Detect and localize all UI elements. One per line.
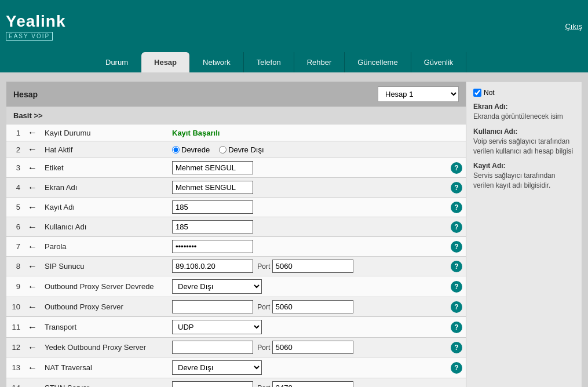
row-number: 1: [6, 125, 24, 141]
help-button[interactable]: ?: [451, 241, 462, 253]
row-value-cell: Port: [169, 338, 447, 357]
row-label: NAT Traversal: [41, 357, 169, 378]
nav-item-network[interactable]: Network: [190, 52, 244, 72]
sidebar-section-title: Kayıt Adı:: [473, 162, 575, 170]
help-button[interactable]: ?: [451, 342, 462, 353]
help-button[interactable]: ?: [451, 281, 462, 293]
table-row: 14←STUN Server Port: [6, 378, 466, 388]
dropdown-select[interactable]: UDPTCPTLS: [172, 320, 262, 334]
row-value-cell: [169, 198, 447, 217]
row-value-cell: DevredeDevre Dışı: [169, 357, 447, 378]
nav-item-durum[interactable]: Durum: [93, 52, 141, 72]
row-value-cell: Kayıt Başarılı: [169, 125, 447, 141]
help-button[interactable]: ?: [451, 202, 462, 213]
row-number: 13: [6, 357, 24, 378]
nav-item-guvenlik[interactable]: Güvenlik: [411, 52, 467, 72]
port-input[interactable]: [272, 341, 353, 354]
text-input[interactable]: [172, 161, 253, 174]
text-input[interactable]: [172, 300, 253, 313]
table-row: 7←Parola?: [6, 237, 466, 257]
help-button[interactable]: ?: [451, 322, 462, 333]
logo: Yealink: [6, 12, 66, 31]
row-value-cell: UDPTCPTLS: [169, 317, 447, 338]
text-input[interactable]: [172, 181, 253, 194]
text-input[interactable]: [172, 200, 253, 214]
help-button[interactable]: ?: [451, 301, 462, 313]
row-label: Ekran Adı: [41, 178, 169, 198]
note-checkbox[interactable]: [473, 89, 481, 97]
row-number: 9: [6, 276, 24, 297]
text-input[interactable]: [172, 341, 253, 354]
row-value-cell: [169, 178, 447, 198]
port-input[interactable]: [272, 260, 353, 273]
table-row: 4←Ekran Adı?: [6, 178, 466, 198]
row-number: 7: [6, 237, 24, 257]
sidebar-section-title: Kullanıcı Adı:: [473, 127, 575, 136]
nav-item-guncelleme[interactable]: Güncelleme: [345, 52, 411, 72]
row-label: Hat Aktif: [41, 141, 169, 158]
help-cell: [447, 378, 466, 388]
table-row: 1←Kayıt DurumuKayıt Başarılı: [6, 125, 466, 141]
help-cell: ?: [447, 178, 466, 198]
port-label: Port: [255, 344, 272, 352]
row-value-cell: Devrede Devre Dışı: [169, 141, 447, 158]
help-button[interactable]: ?: [451, 362, 462, 374]
port-input[interactable]: [272, 300, 353, 313]
basit-toggle[interactable]: Basit >>: [6, 107, 466, 125]
radio-option[interactable]: Devrede: [172, 145, 210, 154]
radio-input[interactable]: [219, 146, 227, 154]
nav-item-rehber[interactable]: Rehber: [294, 52, 345, 72]
row-arrow-icon: ←: [24, 125, 41, 141]
help-cell: ?: [447, 237, 466, 257]
text-input[interactable]: [172, 260, 253, 273]
help-cell: ?: [447, 158, 466, 178]
logout-button[interactable]: Çıkış: [565, 22, 582, 31]
hesap-label: Hesap: [13, 90, 378, 99]
row-value-cell: Port: [169, 378, 447, 388]
status-text: Kayıt Başarılı: [172, 129, 220, 137]
dropdown-select[interactable]: DevredeDevre Dışı: [172, 279, 262, 294]
text-input[interactable]: [172, 220, 253, 233]
row-label: Kayıt Adı: [41, 198, 169, 217]
hesap-select[interactable]: Hesap 1Hesap 2Hesap 3: [378, 86, 459, 102]
row-value-cell: Port: [169, 297, 447, 317]
help-cell: ?: [447, 198, 466, 217]
settings-table: 1←Kayıt DurumuKayıt Başarılı2←Hat Aktif …: [6, 125, 466, 387]
radio-input[interactable]: [172, 146, 180, 154]
row-arrow-icon: ←: [24, 297, 41, 317]
help-cell: ?: [447, 276, 466, 297]
help-button[interactable]: ?: [451, 261, 462, 272]
row-label: Outbound Proxy Server Devrede: [41, 276, 169, 297]
port-input[interactable]: [272, 381, 353, 387]
row-label: STUN Server: [41, 378, 169, 388]
table-row: 6←Kullanıcı Adı?: [6, 217, 466, 237]
help-cell: ?: [447, 297, 466, 317]
row-arrow-icon: ←: [24, 217, 41, 237]
sidebar-section-desc: Ekranda görüntülenecek isim: [473, 112, 575, 122]
dropdown-select[interactable]: DevredeDevre Dışı: [172, 360, 262, 375]
row-arrow-icon: ←: [24, 141, 41, 158]
password-input[interactable]: [172, 240, 253, 253]
nav-item-hesap[interactable]: Hesap: [141, 52, 190, 72]
row-label: Transport: [41, 317, 169, 338]
help-cell: ?: [447, 257, 466, 276]
table-row: 11←TransportUDPTCPTLS?: [6, 317, 466, 338]
row-number: 6: [6, 217, 24, 237]
row-label: Kullanıcı Adı: [41, 217, 169, 237]
text-input[interactable]: [172, 381, 253, 387]
help-cell: ?: [447, 338, 466, 357]
help-button[interactable]: ?: [451, 221, 462, 233]
help-button[interactable]: ?: [451, 182, 462, 194]
row-number: 10: [6, 297, 24, 317]
row-number: 5: [6, 198, 24, 217]
row-number: 4: [6, 178, 24, 198]
row-arrow-icon: ←: [24, 178, 41, 198]
help-button[interactable]: ?: [451, 162, 462, 174]
row-value-cell: Port: [169, 257, 447, 276]
help-cell: [447, 125, 466, 141]
nav-item-telefon[interactable]: Telefon: [244, 52, 294, 72]
table-row: 8←SIP Sunucu Port ?: [6, 257, 466, 276]
table-row: 10←Outbound Proxy Server Port ?: [6, 297, 466, 317]
row-label: Yedek Outbound Proxy Server: [41, 338, 169, 357]
radio-option[interactable]: Devre Dışı: [219, 145, 264, 154]
